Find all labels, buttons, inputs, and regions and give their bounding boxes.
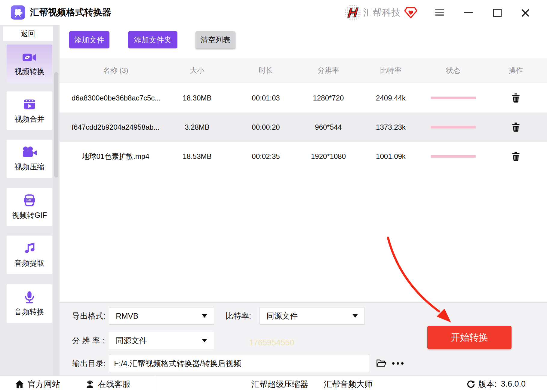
video-compress-icon <box>21 146 38 159</box>
customer-service-icon <box>85 380 94 389</box>
bitrate-label: 比特率: <box>226 307 251 325</box>
add-file-button[interactable]: 添加文件 <box>69 31 109 48</box>
column-header-name: 名称 (3) <box>60 66 160 75</box>
file-name: f647cdd2b9204a24958ab... <box>60 123 160 131</box>
file-size: 18.30MB <box>160 94 235 102</box>
version-label: 版本: <box>478 379 497 390</box>
video-merge-icon <box>23 97 36 111</box>
sidebar-item-video-convert[interactable]: 视频转换 <box>7 45 52 83</box>
official-site-label: 官方网站 <box>28 379 60 390</box>
sidebar-item-video-merge[interactable]: 视频合并 <box>7 91 52 130</box>
sidebar-item-label: 音频提取 <box>14 258 45 268</box>
online-service-label: 在线客服 <box>98 379 131 390</box>
brand-initial: H <box>347 6 358 20</box>
file-resolution: 1920*1080 <box>297 152 360 161</box>
back-button[interactable]: 返回 <box>3 26 53 41</box>
sidebar-item-label: 视频转换 <box>14 66 45 76</box>
caret-down-icon <box>352 314 358 318</box>
column-header-duration: 时长 <box>235 66 297 75</box>
export-format-value: RMVB <box>116 311 138 321</box>
online-service-link[interactable]: 在线客服 <box>85 376 131 392</box>
audio-master-label: 汇帮音频大师 <box>324 379 373 390</box>
sidebar-item-video-compress[interactable]: 视频压缩 <box>7 140 52 178</box>
version-info: 版本: 3.6.0.0 <box>467 376 526 392</box>
column-header-action: 操作 <box>484 66 547 75</box>
file-size: 3.28MB <box>160 123 235 131</box>
more-options-icon[interactable] <box>392 362 404 365</box>
output-dir-label: 输出目录: <box>72 355 106 372</box>
caret-down-icon <box>202 314 207 318</box>
delete-icon[interactable] <box>512 93 520 103</box>
sidebar-item-label: 音频转换 <box>14 307 45 317</box>
sidebar-item-audio-extract[interactable]: 音频提取 <box>7 236 52 274</box>
audio-convert-icon <box>23 290 36 304</box>
file-bitrate: 1001.09k <box>360 152 422 161</box>
file-resolution: 1280*720 <box>297 94 360 102</box>
movie-camera-icon <box>13 8 23 17</box>
audio-extract-icon <box>23 242 36 255</box>
clear-list-button[interactable]: 清空列表 <box>195 31 235 48</box>
gif-icon-text: GIF <box>26 198 32 202</box>
table-row[interactable]: f647cdd2b9204a24958ab... 3.28MB 00:00:20… <box>60 113 547 142</box>
table-row[interactable]: d6a8300e0be36b8ac7c5c... 18.30MB 00:01:0… <box>60 83 547 113</box>
delete-icon[interactable] <box>512 122 520 132</box>
version-value: 3.6.0.0 <box>501 379 526 389</box>
table-row[interactable]: 地球01色素扩散.mp4 18.53MB 00:02:35 1920*1080 … <box>60 142 547 171</box>
start-convert-button[interactable]: 开始转换 <box>427 326 512 349</box>
delete-icon[interactable] <box>512 152 520 161</box>
brand-logo-icon: H <box>345 5 361 21</box>
file-size: 18.53MB <box>160 152 235 161</box>
add-folder-button[interactable]: 添加文件夹 <box>128 31 177 48</box>
watermark-text: 1765954550 <box>249 338 294 347</box>
minimize-button[interactable] <box>464 12 473 13</box>
video-convert-icon <box>21 51 38 64</box>
resolution-label: 分 辨 率 : <box>72 332 104 349</box>
home-icon <box>15 380 24 388</box>
file-duration: 00:00:20 <box>235 123 297 131</box>
export-format-label: 导出格式: <box>72 307 106 325</box>
resolution-select[interactable]: 同源文件 <box>109 332 214 349</box>
file-bitrate: 1373.23k <box>360 123 422 131</box>
sidebar-item-label: 视频合并 <box>14 114 45 124</box>
file-bitrate: 2409.44k <box>360 94 422 102</box>
table-header: 名称 (3) 大小 时长 分辨率 比特率 状态 操作 <box>60 58 547 83</box>
output-dir-input[interactable] <box>109 355 370 372</box>
column-header-status: 状态 <box>422 66 484 75</box>
file-resolution: 960*544 <box>297 123 360 131</box>
maximize-button[interactable] <box>493 9 502 17</box>
app-logo-icon <box>11 5 25 20</box>
brand-name: 汇帮科技 <box>363 0 401 25</box>
bitrate-value: 同源文件 <box>266 311 298 321</box>
video-to-gif-icon: GIF <box>23 194 36 208</box>
sidebar-item-label: 视频压缩 <box>14 162 45 172</box>
column-header-size: 大小 <box>160 66 235 75</box>
sidebar-scrollbar-thumb[interactable] <box>54 72 58 177</box>
title-bar: 汇帮视频格式转换器 H 汇帮科技 <box>0 0 547 25</box>
app-title: 汇帮视频格式转换器 <box>30 0 111 25</box>
super-compressor-label: 汇帮超级压缩器 <box>251 379 308 390</box>
file-name: 地球01色素扩散.mp4 <box>60 152 160 161</box>
status-divider <box>156 376 156 392</box>
caret-down-icon <box>202 339 207 342</box>
progress-bar <box>431 97 476 99</box>
refresh-icon[interactable] <box>467 380 475 388</box>
sidebar-item-video-to-gif[interactable]: GIF 视频转GIF <box>7 188 52 226</box>
export-format-select[interactable]: RMVB <box>109 307 214 325</box>
settings-panel: 导出格式: RMVB 比特率: 同源文件 分 辨 率 : 同源文件 176595… <box>60 302 547 376</box>
vip-badge-icon[interactable] <box>404 7 417 20</box>
file-duration: 00:01:03 <box>235 94 297 102</box>
menu-icon[interactable] <box>435 9 444 16</box>
bitrate-select[interactable]: 同源文件 <box>260 307 365 325</box>
sidebar-item-label: 视频转GIF <box>12 210 47 220</box>
progress-bar <box>431 126 476 128</box>
column-header-bitrate: 比特率 <box>360 66 422 75</box>
audio-master-link[interactable]: 汇帮音频大师 <box>324 376 373 392</box>
official-site-link[interactable]: 官方网站 <box>15 376 60 392</box>
file-name: d6a8300e0be36b8ac7c5c... <box>60 94 160 102</box>
sidebar-item-audio-convert[interactable]: 音频转换 <box>7 284 52 323</box>
folder-icon[interactable] <box>376 359 387 369</box>
resolution-value: 同源文件 <box>116 335 147 346</box>
super-compressor-link[interactable]: 汇帮超级压缩器 <box>251 376 308 392</box>
app-window: 汇帮视频格式转换器 H 汇帮科技 返回 <box>0 0 547 392</box>
close-button[interactable] <box>521 8 530 17</box>
